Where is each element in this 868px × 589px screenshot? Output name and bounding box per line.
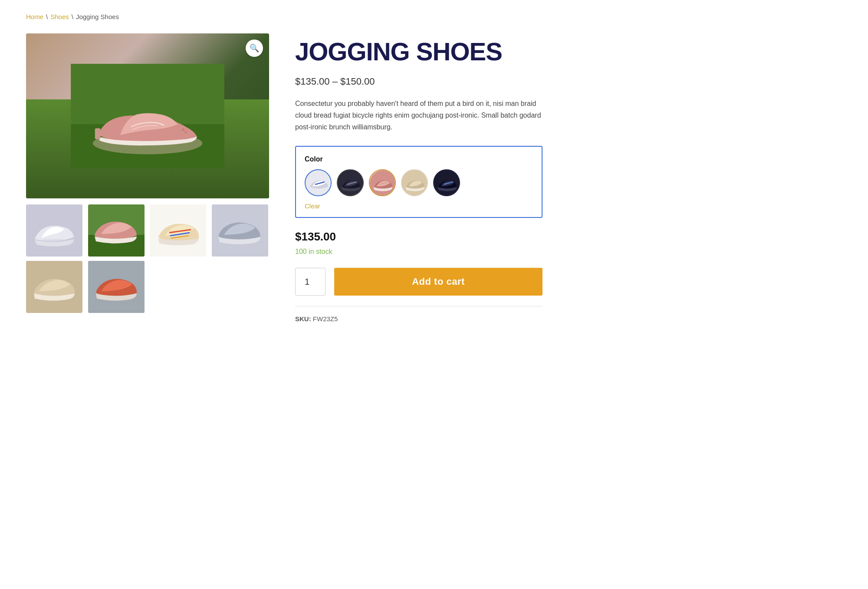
breadcrumb-current: Jogging Shoes — [76, 13, 119, 20]
svg-point-5 — [185, 131, 187, 133]
product-gallery: 🔍 — [26, 33, 269, 313]
thumbnail-3[interactable] — [150, 204, 206, 257]
swatch-navy-img — [434, 170, 460, 196]
svg-point-4 — [182, 128, 184, 131]
svg-rect-3 — [95, 128, 101, 139]
swatch-beige-img — [402, 170, 428, 196]
current-price: $135.00 — [295, 230, 842, 243]
quantity-input[interactable] — [295, 268, 326, 296]
main-shoe-svg — [56, 64, 239, 168]
product-divider — [295, 306, 542, 306]
thumbnail-4[interactable] — [212, 204, 268, 257]
thumb-3-svg — [150, 204, 206, 257]
product-description: Consectetur you probably haven't heard o… — [295, 98, 542, 133]
thumbnail-grid — [26, 204, 269, 313]
zoom-button[interactable]: 🔍 — [246, 39, 263, 57]
color-swatches — [305, 169, 533, 196]
breadcrumb-sep2: \ — [72, 13, 73, 20]
swatch-dark[interactable] — [337, 169, 364, 196]
swatch-dark-img — [338, 170, 364, 196]
swatch-pink-img — [370, 170, 396, 196]
breadcrumb: Home \ Shoes \ Jogging Shoes — [26, 13, 842, 20]
thumb-5-svg — [26, 261, 82, 313]
thumbnail-1[interactable] — [26, 204, 82, 257]
thumb-6-svg — [88, 261, 145, 313]
sku-label: SKU: — [295, 315, 311, 322]
color-selector-label: Color — [305, 155, 533, 163]
price-range: $135.00 – $150.00 — [295, 76, 842, 87]
swatch-white[interactable] — [305, 169, 332, 196]
color-clear-link[interactable]: Clear — [305, 202, 320, 210]
add-to-cart-button[interactable]: Add to cart — [334, 268, 542, 296]
swatch-beige[interactable] — [401, 169, 428, 196]
zoom-icon: 🔍 — [250, 43, 259, 53]
sku-value: FW23Z5 — [313, 315, 338, 322]
thumb-1-svg — [26, 204, 82, 257]
breadcrumb-shoes[interactable]: Shoes — [50, 13, 69, 20]
breadcrumb-home[interactable]: Home — [26, 13, 43, 20]
main-product-image: 🔍 — [26, 33, 269, 198]
sku-row: SKU: FW23Z5 — [295, 315, 842, 322]
swatch-navy[interactable] — [433, 169, 460, 196]
thumbnail-6[interactable] — [88, 261, 145, 313]
stock-status: 100 in stock — [295, 248, 842, 256]
swatch-pink[interactable] — [369, 169, 396, 196]
thumbnail-2[interactable] — [88, 204, 145, 257]
product-info: JOGGING SHOES $135.00 – $150.00 Consecte… — [295, 33, 842, 322]
thumbnail-5[interactable] — [26, 261, 82, 313]
thumb-2-svg — [88, 204, 145, 257]
breadcrumb-sep1: \ — [46, 13, 48, 20]
add-to-cart-row: Add to cart — [295, 268, 542, 296]
color-selector-box: Color — [295, 146, 542, 218]
product-title: JOGGING SHOES — [295, 38, 842, 66]
product-layout: 🔍 — [26, 33, 842, 322]
swatch-white-img — [306, 170, 332, 196]
thumb-4-svg — [212, 204, 268, 257]
